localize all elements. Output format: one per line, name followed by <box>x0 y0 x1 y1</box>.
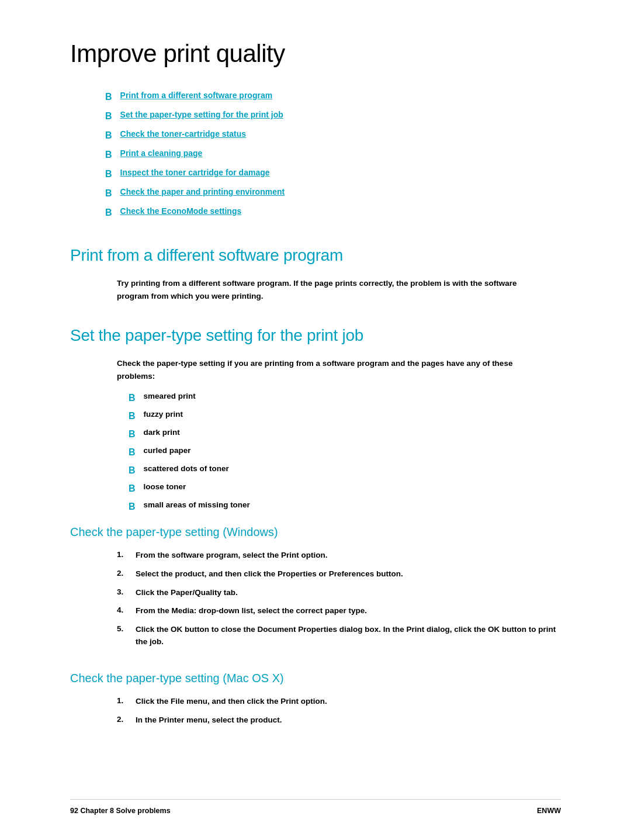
problem-item-1: B smeared print <box>129 390 561 405</box>
step-num-2: 2. <box>117 568 127 579</box>
mac-step-text-2: In the Printer menu, select the product. <box>136 714 282 727</box>
macosx-step-2: 2. In the Printer menu, select the produ… <box>117 714 561 727</box>
problem-item-5: B scattered dots of toner <box>129 463 561 478</box>
step-text-3: Click the Paper/Quality tab. <box>136 586 238 599</box>
section-print-from-different-program: Print from a different software program … <box>70 243 561 302</box>
step-text-5: Click the OK button to close the Documen… <box>136 623 561 648</box>
step-num-1: 1. <box>117 549 127 561</box>
toc-item-1: B Print from a different software progra… <box>105 89 561 104</box>
page-footer: 92 Chapter 8 Solve problems ENWW <box>70 799 561 817</box>
macosx-steps-list: 1. Click the File menu, and then click t… <box>70 695 561 726</box>
step-num-4: 4. <box>117 604 127 616</box>
bullet-icon-1: B <box>105 90 112 104</box>
problems-list: B smeared print B fuzzy print B dark pri… <box>70 390 561 514</box>
toc-link-4[interactable]: Print a cleaning page <box>120 147 203 160</box>
toc-link-3[interactable]: Check the toner-cartridge status <box>120 128 247 140</box>
toc-list: B Print from a different software progra… <box>70 89 561 220</box>
bullet-icon-6: B <box>105 186 112 201</box>
subsection-macosx-heading: Check the paper-type setting (Mac OS X) <box>70 669 561 687</box>
subsection-macosx: Check the paper-type setting (Mac OS X) … <box>70 669 561 726</box>
mac-step-text-1: Click the File menu, and then click the … <box>136 695 327 708</box>
windows-step-5: 5. Click the OK button to close the Docu… <box>117 623 561 648</box>
footer-left-text: 92 Chapter 8 Solve problems <box>70 806 171 817</box>
page-container: Improve print quality B Print from a dif… <box>0 0 631 840</box>
problem-bullet-6: B <box>129 482 136 496</box>
toc-link-2[interactable]: Set the paper-type setting for the print… <box>120 109 283 121</box>
section-1-paragraph: Try printing from a different software p… <box>70 277 561 302</box>
problem-bullet-3: B <box>129 427 136 441</box>
problem-text-6: loose toner <box>144 481 186 493</box>
toc-item-5: B Inspect the toner cartridge for damage <box>105 167 561 181</box>
problem-bullet-4: B <box>129 445 136 459</box>
step-num-3: 3. <box>117 586 127 598</box>
problem-text-4: curled paper <box>144 445 191 457</box>
problem-text-3: dark print <box>144 427 180 438</box>
toc-item-6: B Check the paper and printing environme… <box>105 186 561 201</box>
problem-item-6: B loose toner <box>129 481 561 496</box>
page-main-title: Improve print quality <box>70 35 561 72</box>
windows-step-3: 3. Click the Paper/Quality tab. <box>117 586 561 599</box>
section-2-heading: Set the paper-type setting for the print… <box>70 323 561 348</box>
toc-link-1[interactable]: Print from a different software program <box>120 89 273 102</box>
subsection-windows: Check the paper-type setting (Windows) 1… <box>70 523 561 648</box>
problem-item-4: B curled paper <box>129 445 561 459</box>
bullet-icon-5: B <box>105 167 112 181</box>
toc-item-4: B Print a cleaning page <box>105 147 561 162</box>
footer-right-text: ENWW <box>537 806 561 817</box>
subsection-windows-heading: Check the paper-type setting (Windows) <box>70 523 561 541</box>
mac-step-num-1: 1. <box>117 695 127 707</box>
step-text-4: From the Media: drop-down list, select t… <box>136 604 367 617</box>
windows-step-4: 4. From the Media: drop-down list, selec… <box>117 604 561 617</box>
toc-link-5[interactable]: Inspect the toner cartridge for damage <box>120 167 270 179</box>
problem-item-2: B fuzzy print <box>129 409 561 423</box>
toc-link-7[interactable]: Check the EconoMode settings <box>120 205 242 217</box>
windows-step-2: 2. Select the product, and then click th… <box>117 568 561 580</box>
step-text-1: From the software program, select the Pr… <box>136 549 328 562</box>
toc-item-3: B Check the toner-cartridge status <box>105 128 561 143</box>
section-paper-type-setting: Set the paper-type setting for the print… <box>70 323 561 726</box>
step-text-2: Select the product, and then click the P… <box>136 568 403 580</box>
mac-step-num-2: 2. <box>117 714 127 725</box>
section-1-heading: Print from a different software program <box>70 243 561 268</box>
problem-text-7: small areas of missing toner <box>144 499 250 511</box>
problem-bullet-5: B <box>129 464 136 478</box>
problem-item-7: B small areas of missing toner <box>129 499 561 514</box>
problem-bullet-1: B <box>129 391 136 405</box>
section-2-intro: Check the paper-type setting if you are … <box>70 357 561 382</box>
bullet-icon-2: B <box>105 109 112 123</box>
toc-item-7: B Check the EconoMode settings <box>105 205 561 220</box>
problem-item-3: B dark print <box>129 427 561 441</box>
step-num-5: 5. <box>117 623 127 635</box>
bullet-icon-4: B <box>105 148 112 162</box>
windows-steps-list: 1. From the software program, select the… <box>70 549 561 648</box>
problem-bullet-7: B <box>129 500 136 514</box>
toc-link-6[interactable]: Check the paper and printing environment <box>120 186 285 198</box>
problem-text-2: fuzzy print <box>144 409 183 420</box>
toc-item-2: B Set the paper-type setting for the pri… <box>105 109 561 123</box>
bullet-icon-7: B <box>105 206 112 220</box>
problem-text-1: smeared print <box>144 390 196 402</box>
windows-step-1: 1. From the software program, select the… <box>117 549 561 562</box>
problem-bullet-2: B <box>129 409 136 423</box>
macosx-step-1: 1. Click the File menu, and then click t… <box>117 695 561 708</box>
bullet-icon-3: B <box>105 129 112 143</box>
problem-text-5: scattered dots of toner <box>144 463 229 475</box>
